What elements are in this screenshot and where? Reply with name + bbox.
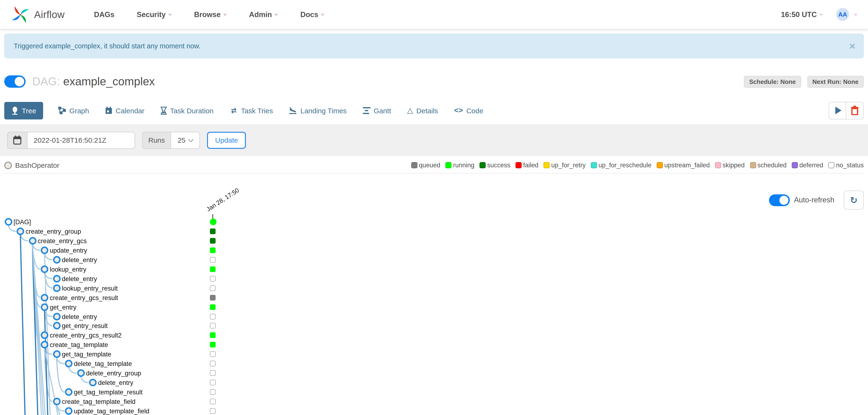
task-status-square[interactable] [210, 380, 216, 385]
task-status-square[interactable] [210, 352, 216, 357]
nav-item-dags[interactable]: DAGs [94, 10, 115, 19]
tab-gantt[interactable]: Gantt [362, 102, 392, 119]
task-node-circle[interactable] [53, 256, 60, 264]
tab-task-duration[interactable]: Task Duration [160, 102, 214, 119]
close-icon[interactable]: × [849, 41, 855, 51]
task-node-circle[interactable] [65, 407, 72, 415]
task-status-square[interactable] [210, 389, 216, 395]
chevron-down-icon [819, 14, 823, 16]
tab-task-tries[interactable]: Task Tries [228, 102, 274, 119]
nav-item-security[interactable]: Security [137, 10, 172, 19]
status-legend-item-upstream_failed[interactable]: upstream_failed [657, 161, 710, 169]
refresh-controls: Auto-refresh ↻ [769, 189, 864, 210]
task-node-circle[interactable] [53, 284, 60, 292]
task-node-circle[interactable] [41, 303, 48, 311]
tab-label: Details [416, 107, 438, 115]
tab-details[interactable]: △Details [406, 102, 439, 119]
task-status-square[interactable] [210, 295, 216, 300]
task-status-square[interactable] [210, 257, 216, 263]
task-node-circle[interactable] [41, 294, 48, 301]
task-node-circle[interactable] [53, 351, 60, 358]
task-status-square[interactable] [210, 276, 216, 281]
task-node-circle[interactable] [77, 369, 85, 377]
status-swatch [715, 162, 721, 168]
dag-header: DAG: example_complex Schedule: NoneNext … [4, 72, 864, 91]
task-row: delete_entry [0, 274, 868, 283]
task-status-square[interactable] [210, 408, 216, 414]
task-node-circle[interactable] [53, 322, 60, 330]
trigger-dag-button[interactable] [829, 102, 846, 119]
status-swatch [544, 162, 550, 168]
status-swatch [445, 162, 452, 168]
clock-menu[interactable]: 16:50 UTC [781, 10, 817, 19]
chevron-down-icon [854, 14, 858, 16]
task-status-square[interactable] [210, 314, 216, 319]
status-legend-item-failed[interactable]: failed [516, 161, 538, 169]
task-status-square[interactable] [210, 332, 216, 338]
num-runs-select[interactable]: 25 [170, 131, 200, 149]
operator-label: BashOperator [15, 161, 59, 169]
status-legend-item-up_for_retry[interactable]: up_for_retry [544, 161, 586, 169]
tab-graph[interactable]: Graph [58, 102, 90, 119]
update-button[interactable]: Update [207, 131, 246, 149]
task-node-circle[interactable] [41, 265, 48, 273]
task-status-square[interactable] [210, 266, 216, 272]
nav-item-label: DAGs [94, 10, 115, 19]
task-status-square[interactable] [210, 238, 216, 244]
task-node-circle[interactable] [53, 275, 60, 282]
page-title: DAG: example_complex [32, 75, 155, 88]
tab-code[interactable]: <>Code [453, 102, 484, 119]
task-name: [DAG] [13, 218, 31, 226]
task-node-circle[interactable] [65, 360, 72, 367]
nav-item-docs[interactable]: Docs [300, 10, 324, 19]
task-status-square[interactable] [210, 398, 216, 404]
dag-run-status-circle[interactable] [210, 218, 217, 225]
task-node-circle[interactable] [53, 398, 60, 405]
dag-node-circle[interactable] [4, 218, 12, 226]
task-status-square[interactable] [210, 342, 216, 348]
task-node-circle[interactable] [65, 388, 72, 396]
status-legend-item-success[interactable]: success [480, 161, 510, 169]
schedule-badges: Schedule: NoneNext Run: None [744, 76, 864, 87]
airflow-app: Airflow DAGsSecurityBrowseAdminDocs 16:5… [0, 0, 868, 415]
tab-landing-times[interactable]: Landing Times [288, 102, 347, 119]
task-status-square[interactable] [210, 229, 216, 234]
task-row: delete_tag_template [0, 359, 868, 368]
airflow-brand[interactable]: Airflow [10, 4, 65, 24]
task-status-square[interactable] [210, 304, 216, 310]
avatar[interactable]: AA [836, 8, 849, 21]
tab-calendar[interactable]: Calendar [104, 102, 146, 119]
status-legend-item-skipped[interactable]: skipped [715, 161, 745, 169]
task-node-circle[interactable] [53, 313, 60, 320]
dag-pause-toggle[interactable] [4, 76, 26, 88]
tab-tree[interactable]: Tree [4, 102, 43, 119]
base-date-input[interactable] [27, 131, 135, 149]
task-name: delete_entry [62, 275, 97, 282]
task-node-circle[interactable] [89, 379, 97, 386]
status-label: scheduled [757, 161, 786, 169]
task-node-circle[interactable] [41, 246, 48, 254]
task-status-square[interactable] [210, 361, 216, 367]
task-status-square[interactable] [210, 370, 216, 376]
nav-item-admin[interactable]: Admin [249, 10, 278, 19]
run-filter-bar: Runs 25 Update [0, 124, 868, 156]
task-node-circle[interactable] [29, 237, 36, 245]
task-node-circle[interactable] [17, 228, 24, 235]
status-legend-item-scheduled[interactable]: scheduled [750, 161, 786, 169]
status-legend-item-up_for_reschedule[interactable]: up_for_reschedule [591, 161, 651, 169]
task-node-circle[interactable] [41, 341, 48, 349]
task-row: update_entry [0, 245, 868, 255]
task-node-circle[interactable] [41, 332, 48, 339]
task-status-square[interactable] [210, 285, 216, 291]
task-status-square[interactable] [210, 247, 216, 253]
task-row: update_tag_template_field [0, 406, 868, 415]
status-legend-item-deferred[interactable]: deferred [792, 161, 823, 169]
nav-item-browse[interactable]: Browse [194, 10, 227, 19]
status-legend-item-running[interactable]: running [445, 161, 474, 169]
status-legend-item-queued[interactable]: queued [411, 161, 440, 169]
task-status-square[interactable] [210, 323, 216, 329]
auto-refresh-toggle[interactable] [769, 194, 789, 206]
status-legend-item-no_status[interactable]: no_status [829, 161, 864, 169]
delete-dag-button[interactable] [846, 102, 864, 119]
refresh-button[interactable]: ↻ [844, 190, 864, 209]
